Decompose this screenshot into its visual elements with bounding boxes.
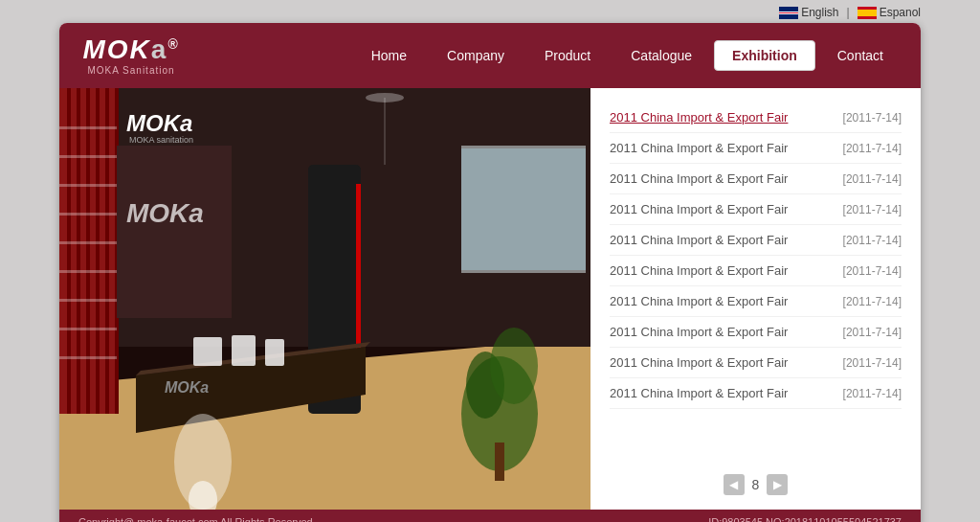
- nav-exhibition[interactable]: Exhibition: [714, 40, 815, 71]
- svg-rect-19: [117, 146, 232, 318]
- current-page: 8: [752, 477, 760, 492]
- exhibit-date: [2011-7-14]: [843, 234, 902, 247]
- svg-rect-23: [461, 146, 586, 270]
- list-item: 2011 China Import & Export Fair[2011-7-1…: [610, 378, 902, 409]
- flag-en-icon: [779, 7, 798, 19]
- main-container: MOKa® MOKA Sanitation Home Company Produ…: [59, 23, 921, 522]
- exhibit-title: 2011 China Import & Export Fair: [610, 202, 788, 216]
- svg-text:MOKa: MOKa: [126, 110, 192, 136]
- list-item: 2011 China Import & Export Fair[2011-7-1…: [610, 194, 902, 225]
- svg-rect-24: [461, 146, 586, 148]
- logo-text: MOK: [82, 34, 150, 64]
- svg-rect-7: [96, 88, 100, 414]
- espanol-lang[interactable]: Espanol: [858, 6, 921, 19]
- svg-rect-6: [86, 88, 90, 414]
- svg-rect-5: [77, 88, 80, 414]
- exhibit-date: [2011-7-14]: [843, 172, 902, 186]
- logo-reg: ®: [167, 35, 179, 51]
- english-lang[interactable]: English: [779, 6, 838, 19]
- flag-es-icon: [858, 7, 877, 19]
- nav-contact[interactable]: Contact: [819, 40, 902, 71]
- english-label[interactable]: English: [801, 6, 838, 19]
- exhibit-title[interactable]: 2011 China Import & Export Fair: [610, 110, 788, 125]
- svg-rect-8: [105, 88, 109, 414]
- site-header: MOKa® MOKA Sanitation Home Company Produ…: [59, 23, 921, 88]
- footer-id: ID:9803545 NO:20181101055504521737: [708, 516, 902, 522]
- svg-rect-30: [265, 339, 284, 366]
- svg-rect-35: [495, 443, 504, 481]
- svg-point-34: [490, 328, 538, 404]
- exhibit-title: 2011 China Import & Export Fair: [610, 325, 788, 339]
- logo-area: MOKa® MOKA Sanitation: [78, 36, 184, 76]
- nav-company[interactable]: Company: [429, 40, 523, 71]
- site-footer: Copyright@ moka-faucet.com All Rights Re…: [59, 510, 921, 522]
- next-page-button[interactable]: ▶: [767, 474, 788, 495]
- logo: MOKa®: [82, 36, 179, 63]
- exhibit-date: [2011-7-14]: [843, 295, 902, 308]
- svg-rect-17: [59, 328, 117, 330]
- svg-rect-25: [461, 270, 586, 273]
- exhibit-title: 2011 China Import & Export Fair: [610, 294, 788, 308]
- svg-rect-18: [59, 356, 117, 359]
- exhibit-title: 2011 China Import & Export Fair: [610, 355, 788, 370]
- pagination: ◀ 8 ▶: [610, 465, 902, 500]
- exhibition-scene: MOKa MOKa: [59, 88, 590, 510]
- svg-text:MOKa: MOKa: [126, 198, 204, 228]
- list-item: 2011 China Import & Export Fair[2011-7-1…: [610, 133, 902, 164]
- svg-rect-15: [59, 270, 117, 273]
- svg-rect-28: [193, 337, 222, 366]
- logo-a: a: [151, 34, 168, 64]
- list-item: 2011 China Import & Export Fair[2011-7-1…: [610, 286, 902, 317]
- lang-separator: |: [847, 6, 850, 19]
- exhibit-date: [2011-7-14]: [843, 203, 902, 216]
- exhibit-title: 2011 China Import & Export Fair: [610, 233, 788, 247]
- svg-rect-4: [67, 88, 71, 414]
- list-item: 2011 China Import & Export Fair[2011-7-1…: [610, 256, 902, 286]
- list-item: 2011 China Import & Export Fair[2011-7-1…: [610, 348, 902, 378]
- nav-catalogue[interactable]: Catalogue: [612, 40, 710, 71]
- svg-rect-11: [59, 155, 117, 158]
- exhibit-date: [2011-7-14]: [843, 326, 902, 339]
- exhibit-date: [2011-7-14]: [843, 111, 902, 125]
- espanol-label[interactable]: Espanol: [880, 6, 921, 19]
- exhibit-title: 2011 China Import & Export Fair: [610, 263, 788, 278]
- svg-rect-12: [59, 184, 117, 187]
- list-item: 2011 China Import & Export Fair[2011-7-1…: [610, 164, 902, 194]
- language-bar: English | Espanol: [59, 0, 921, 23]
- svg-text:MOKA sanitation: MOKA sanitation: [129, 135, 193, 145]
- exhibit-date: [2011-7-14]: [843, 142, 902, 155]
- footer-copyright: Copyright@ moka-faucet.com All Rights Re…: [78, 516, 313, 522]
- list-item: 2011 China Import & Export Fair[2011-7-1…: [610, 225, 902, 256]
- svg-rect-13: [59, 213, 117, 216]
- list-item: 2011 China Import & Export Fair[2011-7-1…: [610, 102, 902, 133]
- svg-rect-16: [59, 299, 117, 302]
- logo-subtitle: MOKA Sanitation: [87, 65, 174, 76]
- content-area: MOKa MOKa: [59, 88, 921, 510]
- svg-rect-14: [59, 241, 117, 244]
- nav-home[interactable]: Home: [353, 40, 425, 71]
- exhibit-title: 2011 China Import & Export Fair: [610, 171, 788, 186]
- exhibit-date: [2011-7-14]: [843, 264, 902, 278]
- nav-product[interactable]: Product: [526, 40, 609, 71]
- exhibit-title: 2011 China Import & Export Fair: [610, 386, 788, 400]
- exhibit-date: [2011-7-14]: [843, 356, 902, 370]
- list-item: 2011 China Import & Export Fair[2011-7-1…: [610, 317, 902, 348]
- svg-rect-10: [59, 126, 117, 129]
- prev-page-button[interactable]: ◀: [724, 474, 745, 495]
- svg-text:MOKa: MOKa: [165, 379, 209, 396]
- exhibit-title: 2011 China Import & Export Fair: [610, 141, 788, 155]
- exhibition-list: 2011 China Import & Export Fair[2011-7-1…: [610, 102, 902, 465]
- exhibition-image-panel: MOKa MOKa: [59, 88, 590, 510]
- svg-rect-29: [232, 335, 256, 366]
- main-nav: Home Company Product Catalogue Exhibitio…: [212, 40, 902, 71]
- exhibit-date: [2011-7-14]: [843, 387, 902, 400]
- exhibition-list-panel: 2011 China Import & Export Fair[2011-7-1…: [590, 88, 921, 510]
